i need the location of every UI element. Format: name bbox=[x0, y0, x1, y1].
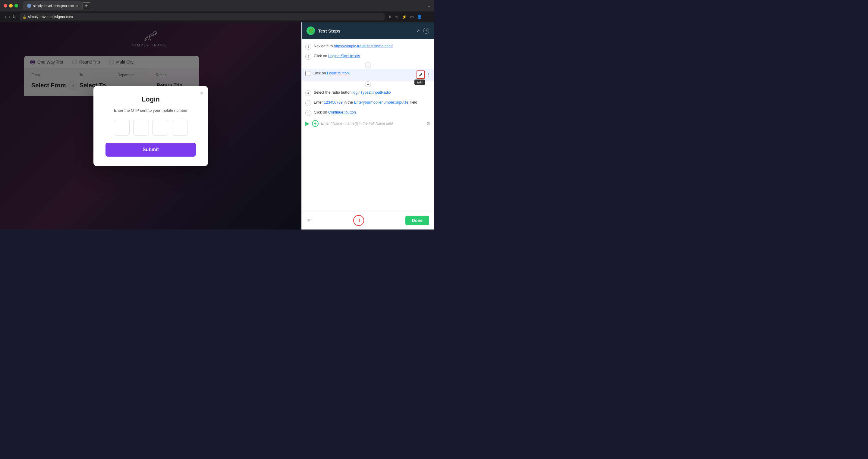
edit-tooltip: Edit bbox=[414, 79, 425, 85]
step-row-5: 5 Enter 123456789 in the Enteryourmobile… bbox=[302, 98, 434, 108]
step-3-link[interactable]: Login::button1 bbox=[327, 71, 351, 75]
step-content-1: Navigate to https://simply-travel.testsi… bbox=[314, 43, 430, 49]
cursor-icon: ☜ bbox=[307, 217, 312, 224]
step-row-6: 6 Click on Continue::button bbox=[302, 108, 434, 118]
browser-chrome: simply-travel.testsigma.com ✕ + ⌄ bbox=[0, 0, 434, 11]
step-3-more-button[interactable]: ⋮ bbox=[426, 72, 430, 77]
minimize-traffic-light[interactable] bbox=[9, 4, 13, 7]
otp-input-4[interactable] bbox=[172, 120, 187, 135]
step-row-4: 4 Select the radio button loginType2::in… bbox=[302, 88, 434, 98]
step-5-text: Enter bbox=[314, 100, 324, 104]
fullscreen-traffic-light[interactable] bbox=[14, 4, 18, 7]
step-4-link[interactable]: loginType2::inputRadio bbox=[352, 90, 391, 95]
step-content-5: Enter 123456789 in the Enteryourmobilenu… bbox=[314, 100, 430, 105]
step-3-checkbox[interactable] bbox=[305, 71, 310, 76]
step-content-6: Click on Continue::button bbox=[314, 110, 430, 116]
step-number-2: 2 bbox=[305, 54, 311, 60]
step-4-text: Select the radio button bbox=[314, 90, 352, 95]
header-actions: ⤢ ? bbox=[416, 28, 429, 34]
modal-subtitle: Enter the OTP sent to your mobile number bbox=[105, 108, 196, 112]
profile-icon[interactable]: 👤 bbox=[417, 14, 422, 19]
sidebar-icon[interactable]: ▭ bbox=[410, 14, 414, 19]
step-1-text: Navigate to bbox=[314, 44, 334, 48]
step-6-text: Click on bbox=[314, 110, 328, 114]
otp-input-1[interactable] bbox=[114, 120, 130, 135]
add-step-after-2[interactable]: + bbox=[365, 62, 371, 68]
step-content-4: Select the radio button loginType2::inpu… bbox=[314, 90, 430, 96]
active-tab[interactable]: simply-travel.testsigma.com ✕ bbox=[23, 1, 83, 10]
step-3-edit-button[interactable] bbox=[416, 70, 425, 79]
modal-overlay: × Login Enter the OTP sent to your mobil… bbox=[0, 22, 301, 230]
tab-title: simply-travel.testsigma.com bbox=[33, 4, 74, 7]
modal-close-button[interactable]: × bbox=[200, 90, 203, 96]
steps-list: 1 Navigate to https://simply-travel.test… bbox=[302, 39, 434, 211]
done-button[interactable]: Done bbox=[405, 216, 429, 225]
otp-input-group bbox=[105, 120, 196, 135]
testsigma-logo: 🌿 bbox=[307, 27, 315, 35]
close-traffic-light[interactable] bbox=[4, 4, 7, 7]
back-button[interactable]: ‹ bbox=[5, 14, 6, 19]
step-row-3: Click on Login::button1 ⋮ Edit bbox=[302, 69, 434, 81]
modal-title: Login bbox=[105, 96, 196, 103]
plus-divider-1: + bbox=[302, 61, 434, 69]
traffic-lights bbox=[4, 4, 18, 7]
tab-favicon bbox=[27, 4, 31, 8]
otp-input-3[interactable] bbox=[153, 120, 168, 135]
arrow-pointer-icon: ▶ bbox=[305, 120, 310, 127]
test-steps-panel: 🌿 Test Steps ⤢ ? 1 Navigate to https://s… bbox=[301, 22, 434, 230]
step-6-link[interactable]: Continue::button bbox=[328, 110, 356, 114]
test-steps-header: 🌿 Test Steps ⤢ ? bbox=[302, 22, 434, 39]
test-steps-footer: ☜ ⏸ Done bbox=[302, 211, 434, 230]
step-1-link[interactable]: https://simply-travel.testsigma.com/ bbox=[334, 44, 393, 48]
lock-icon: 🔒 bbox=[23, 15, 26, 19]
add-new-step-button[interactable]: + bbox=[312, 120, 318, 127]
new-tab-button[interactable]: + bbox=[83, 2, 90, 9]
main-area: SIMPLY TRAVEL One Way Trip Round Trip Mu… bbox=[0, 22, 434, 230]
step-content-2: Click on LoginorSignUp::div bbox=[314, 53, 430, 59]
menu-icon[interactable]: ⋮ bbox=[425, 14, 429, 19]
step-row-2: 2 Click on LoginorSignUp::div bbox=[302, 52, 434, 61]
step-2-link[interactable]: LoginorSignUp::div bbox=[328, 54, 360, 58]
login-modal: × Login Enter the OTP sent to your mobil… bbox=[93, 86, 208, 166]
otp-input-2[interactable] bbox=[133, 120, 149, 135]
new-step-row: ▶ + Enter !|Name - name()| in the Full N… bbox=[302, 118, 434, 129]
tab-bar: simply-travel.testsigma.com ✕ + bbox=[23, 0, 425, 11]
step-2-text: Click on bbox=[314, 54, 328, 58]
step-row-1: 1 Navigate to https://simply-travel.test… bbox=[302, 41, 434, 52]
step-3-text: Click on bbox=[313, 71, 327, 75]
step-number-4: 4 bbox=[305, 90, 311, 96]
bookmark-icon[interactable]: ☆ bbox=[395, 14, 399, 19]
step-number-1: 1 bbox=[305, 44, 311, 50]
step-number-6: 6 bbox=[305, 110, 311, 116]
url-text: simply-travel.testsigma.com bbox=[28, 15, 73, 19]
edit-icon bbox=[418, 73, 423, 77]
submit-button[interactable]: Submit bbox=[105, 143, 196, 157]
new-step-placeholder: Enter !|Name - name()| in the Full Name … bbox=[321, 121, 424, 126]
add-step-after-3[interactable]: + bbox=[365, 81, 371, 87]
step-5-link[interactable]: Enteryourmobilenumber::inputTel bbox=[354, 100, 409, 104]
help-icon[interactable]: ? bbox=[423, 28, 429, 34]
new-step-settings-button[interactable]: ⚙ bbox=[426, 121, 430, 127]
share-icon[interactable]: ⬆ bbox=[388, 14, 392, 19]
forward-button[interactable]: › bbox=[9, 14, 10, 19]
nav-buttons: ‹ › ↻ bbox=[5, 14, 16, 19]
url-bar[interactable]: 🔒 simply-travel.testsigma.com bbox=[20, 13, 384, 21]
step-5-mid: in the bbox=[344, 100, 354, 104]
step-number-5: 5 bbox=[305, 100, 311, 106]
step-5-value[interactable]: 123456789 bbox=[324, 100, 343, 104]
extensions-icon[interactable]: ⚡ bbox=[402, 14, 407, 19]
step-3-actions: ⋮ bbox=[416, 70, 430, 79]
window-controls: ⌄ bbox=[427, 4, 430, 8]
address-bar: ‹ › ↻ 🔒 simply-travel.testsigma.com ⬆ ☆ … bbox=[0, 11, 434, 22]
expand-icon[interactable]: ⤢ bbox=[416, 28, 420, 33]
step-content-3: Click on Login::button1 bbox=[313, 70, 414, 76]
panel-title: Test Steps bbox=[318, 28, 413, 33]
pause-button[interactable]: ⏸ bbox=[353, 215, 364, 226]
step-5-suffix: field bbox=[410, 100, 417, 104]
tab-close-button[interactable]: ✕ bbox=[76, 4, 79, 7]
browser-actions: ⬆ ☆ ⚡ ▭ 👤 ⋮ bbox=[388, 14, 429, 19]
website-background: SIMPLY TRAVEL One Way Trip Round Trip Mu… bbox=[0, 22, 301, 230]
refresh-button[interactable]: ↻ bbox=[12, 14, 16, 19]
